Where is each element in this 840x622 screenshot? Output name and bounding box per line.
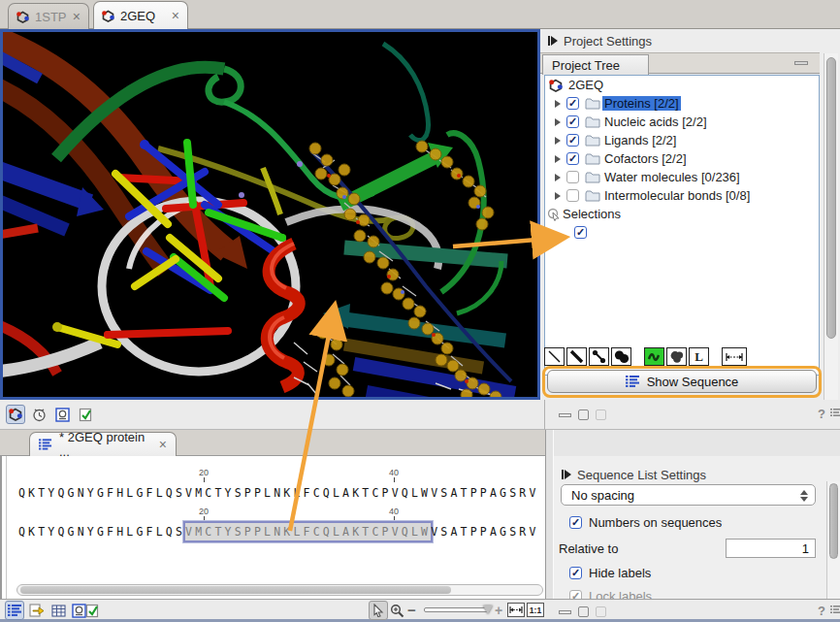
checkbox-proteins[interactable]: ✓ <box>566 97 579 110</box>
validation-view-button[interactable] <box>82 601 102 620</box>
selection-cursor-icon <box>547 208 561 221</box>
scrollbar-thumb[interactable] <box>20 586 451 594</box>
maximize-icon[interactable] <box>578 409 589 420</box>
style-spacefill-button[interactable] <box>611 347 631 366</box>
molecule-icon <box>102 10 114 22</box>
molecule-3d-view[interactable] <box>0 29 540 400</box>
close-icon[interactable]: × <box>73 11 81 22</box>
3d-view-button[interactable] <box>6 405 25 424</box>
help-icon[interactable]: ? <box>818 407 825 421</box>
sequence-list-view-button[interactable] <box>5 601 24 620</box>
checkbox-hide-labels[interactable]: ✓ <box>569 567 582 579</box>
help-icon[interactable]: ? <box>818 604 825 618</box>
history-view-button[interactable] <box>29 405 48 424</box>
relative-to-input[interactable]: 1 <box>726 539 816 558</box>
detach-icon[interactable] <box>596 606 606 617</box>
tree-item-proteins[interactable]: ✓ Proteins [2/2] <box>545 94 819 113</box>
side-panel-toggle-icon[interactable] <box>830 606 840 615</box>
sequence-row-1[interactable]: QKTYQGNYGFHLGFLQSVMCTYSPPLNKLFCQLAKTCPVQ… <box>18 486 539 500</box>
checkbox-water-molecules[interactable] <box>566 171 579 183</box>
close-icon[interactable]: × <box>159 439 167 450</box>
ruler-tick <box>204 516 205 521</box>
tree-item-ligands[interactable]: ✓ Ligands [2/2] <box>545 131 819 149</box>
validation-view-button[interactable] <box>76 405 95 424</box>
style-label-button[interactable]: L <box>689 347 709 366</box>
minimize-tab-group-icon[interactable] <box>794 61 808 65</box>
minimize-icon[interactable] <box>559 610 571 614</box>
expand-arrow-icon[interactable] <box>555 174 561 181</box>
sequence-settings-header[interactable]: Sequence List Settings <box>554 463 840 486</box>
style-ball-stick-button[interactable] <box>589 347 609 366</box>
style-surface-button[interactable] <box>666 347 687 366</box>
close-icon[interactable]: × <box>172 10 179 21</box>
checkbox-current-selection[interactable]: ✓ <box>574 226 587 239</box>
zoom-tool-button[interactable] <box>387 601 406 620</box>
side-panel-toggle-icon[interactable] <box>830 409 840 418</box>
project-panel-scrollbar[interactable] <box>824 53 838 400</box>
expand-arrow-icon[interactable] <box>555 118 561 126</box>
sequence-list-icon <box>39 439 52 450</box>
folder-icon <box>585 116 600 128</box>
checkbox-lock-labels[interactable]: ✓ <box>569 590 582 599</box>
tree-item-nucleic-acids[interactable]: ✓ Nucleic acids [2/2] <box>545 113 819 131</box>
relative-to-value: 1 <box>802 541 809 556</box>
checkbox-nucleic-acids[interactable]: ✓ <box>566 115 579 128</box>
ruler-label-20: 20 <box>199 507 209 516</box>
spacing-dropdown[interactable]: No spacing <box>561 484 816 506</box>
hide-labels-row[interactable]: ✓ Hide labels <box>569 566 651 580</box>
tree-item-water-molecules[interactable]: Water molecules [0/236] <box>545 168 819 186</box>
pointer-tool-button[interactable] <box>369 601 388 620</box>
sequence-h-scrollbar[interactable] <box>16 584 543 596</box>
clock-icon <box>32 408 47 422</box>
zoom-100-button[interactable]: 1:1 <box>527 603 544 617</box>
expand-arrow-icon[interactable] <box>555 155 561 163</box>
relative-to-row: Relative to <box>559 541 618 556</box>
project-settings-header[interactable]: Project Settings <box>540 29 840 52</box>
show-sequence-button[interactable]: Show Sequence <box>547 370 817 393</box>
tree-item-label: Nucleic acids [2/2] <box>602 115 709 129</box>
expand-arrow-icon[interactable] <box>555 100 561 108</box>
sequence-editor-tab[interactable]: * 2GEQ protein ... × <box>29 432 177 456</box>
stepper-icon <box>798 488 809 504</box>
minimize-icon[interactable] <box>559 413 571 417</box>
zoom-in-icon[interactable]: + <box>495 603 502 618</box>
label-glyph: L <box>695 349 703 365</box>
panel-window-controls <box>559 409 606 420</box>
expand-arrow-icon[interactable] <box>555 192 561 200</box>
tab-2geq[interactable]: 2GEQ × <box>93 1 188 29</box>
checkbox-numbers-on-sequences[interactable]: ✓ <box>569 516 582 529</box>
sequence-row-2[interactable]: QKTYQGNYGFHLGFLQSVMCTYSPPLNKLFCQLAKTCPVQ… <box>18 525 539 539</box>
style-distance-button[interactable] <box>722 347 747 366</box>
fit-width-button[interactable] <box>507 603 525 617</box>
style-wireframe-button[interactable] <box>544 347 565 366</box>
tree-root-2geq[interactable]: 2GEQ <box>545 76 819 94</box>
tab-1stp[interactable]: 1STP × <box>8 3 89 29</box>
numbers-on-sequences-row[interactable]: ✓ Numbers on sequences <box>569 515 722 530</box>
sequence-selection[interactable]: VMCTYSPPLNKLFCQLAKTCPVQLW <box>185 523 431 540</box>
checkbox-intermolecular-bonds[interactable] <box>566 189 579 202</box>
panel-splitter[interactable] <box>545 430 554 599</box>
sequence-segment: QKTYQGNYGFHLGFLQS <box>18 525 185 539</box>
zoom-out-icon[interactable]: − <box>407 602 416 618</box>
export-view-button[interactable] <box>27 601 47 620</box>
lock-labels-row[interactable]: ✓ Lock labels <box>569 589 652 599</box>
settings-scrollbar[interactable] <box>826 481 840 599</box>
tree-item-cofactors[interactable]: ✓ Cofactors [2/2] <box>545 149 819 168</box>
checkbox-cofactors[interactable]: ✓ <box>566 152 579 165</box>
style-cartoon-button-selected[interactable] <box>644 347 664 366</box>
expand-arrow-icon[interactable] <box>555 137 561 145</box>
zoom-slider[interactable] <box>424 607 490 612</box>
detach-icon[interactable] <box>596 409 606 420</box>
checkbox-ligands[interactable]: ✓ <box>566 134 579 147</box>
tree-item-selections[interactable]: Selections <box>545 205 819 223</box>
sequence-view[interactable]: 20 40 QKTYQGNYGFHLGFLQSVMCTYSPPLNKLFCQLA… <box>0 456 546 599</box>
project-tree-tab[interactable]: Project Tree <box>542 54 649 75</box>
table-view-button[interactable] <box>48 601 68 620</box>
tree-item-current-selection[interactable]: ✓ <box>545 223 819 242</box>
style-thick-wireframe-button[interactable] <box>566 347 587 366</box>
element-info-view-button[interactable] <box>52 405 72 424</box>
tree-item-intermolecular-bonds[interactable]: Intermolecular bonds [0/8] <box>545 186 819 205</box>
export-arrow-icon <box>29 604 45 617</box>
maximize-icon[interactable] <box>578 606 589 617</box>
zoom-slider-thumb[interactable] <box>483 606 493 614</box>
